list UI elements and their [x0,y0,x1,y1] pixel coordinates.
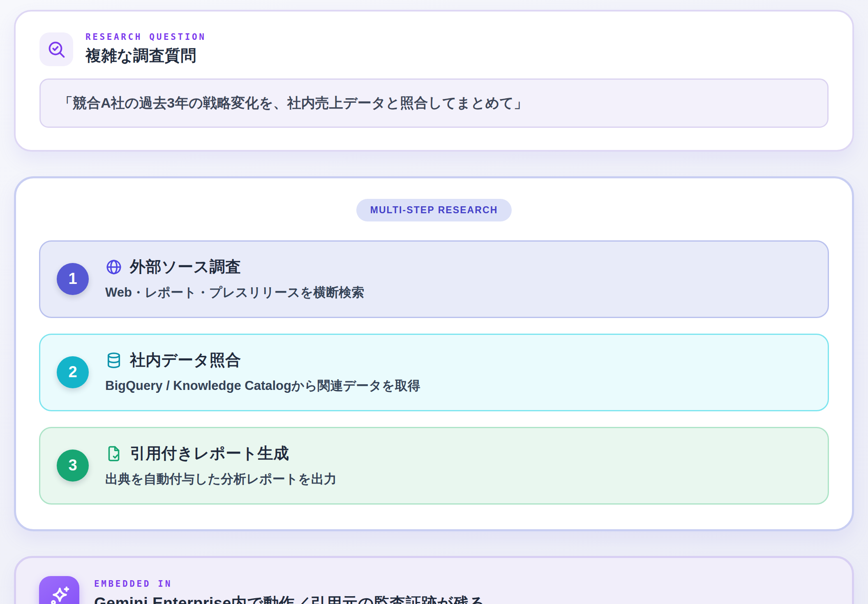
step-description: BigQuery / Knowledge Catalogから関連データを取得 [105,377,420,394]
step-cited-report-generation: 3 引用付きレポート生成 出典を自動付与した分析レポートを出力 [39,427,829,505]
research-card-label: RESEARCH QUESTION [85,32,206,42]
step-description: 出典を自動付与した分析レポートを出力 [105,470,337,488]
globe-icon [105,258,122,276]
research-card-title: 複雑な調査質問 [85,45,206,66]
embedded-card-title: Gemini Enterprise内で動作／引用元の監査証跡が残る [94,593,485,604]
research-card-heading: RESEARCH QUESTION 複雑な調査質問 [85,32,206,66]
document-check-icon [105,445,122,462]
step-title: 引用付きレポート生成 [130,443,289,464]
step-external-source-research: 1 外部ソース調査 Web・レポート・プレスリリースを横断検索 [39,240,829,318]
research-card-header: RESEARCH QUESTION 複雑な調査質問 [39,32,829,66]
step-content: 引用付きレポート生成 出典を自動付与した分析レポートを出力 [105,443,337,488]
multi-step-research-card: MULTI-STEP RESEARCH 1 外部ソース調査 Web・レポート・プ… [14,176,854,531]
step-number-badge: 2 [57,356,89,388]
search-check-icon [39,32,73,66]
multi-step-research-badge: MULTI-STEP RESEARCH [356,199,512,221]
step-internal-data-matching: 2 社内データ照合 BigQuery / Knowledge Catalogから… [39,334,829,411]
database-icon [105,352,122,369]
step-title: 社内データ照合 [130,350,241,371]
infographic-page: RESEARCH QUESTION 複雑な調査質問 「競合A社の過去3年の戦略変… [0,0,868,604]
step-title: 外部ソース調査 [130,256,241,277]
embedded-in-card: EMBEDDED IN Gemini Enterprise内で動作／引用元の監査… [14,556,854,604]
step-number-badge: 1 [57,263,89,295]
step-content: 社内データ照合 BigQuery / Knowledge Catalogから関連… [105,350,420,394]
badge-row: MULTI-STEP RESEARCH [39,199,829,221]
step-content: 外部ソース調査 Web・レポート・プレスリリースを横断検索 [105,256,364,301]
step-number-badge: 3 [57,450,89,482]
embedded-card-label: EMBEDDED IN [94,579,485,589]
research-question-card: RESEARCH QUESTION 複雑な調査質問 「競合A社の過去3年の戦略変… [14,10,854,152]
step-title-row: 外部ソース調査 [105,256,364,277]
research-question-quote: 「競合A社の過去3年の戦略変化を、社内売上データと照合してまとめて」 [39,78,829,128]
step-title-row: 引用付きレポート生成 [105,443,337,464]
step-title-row: 社内データ照合 [105,350,420,371]
embedded-card-heading: EMBEDDED IN Gemini Enterprise内で動作／引用元の監査… [94,579,485,604]
step-description: Web・レポート・プレスリリースを横断検索 [105,284,364,301]
sparkle-icon [39,576,79,604]
